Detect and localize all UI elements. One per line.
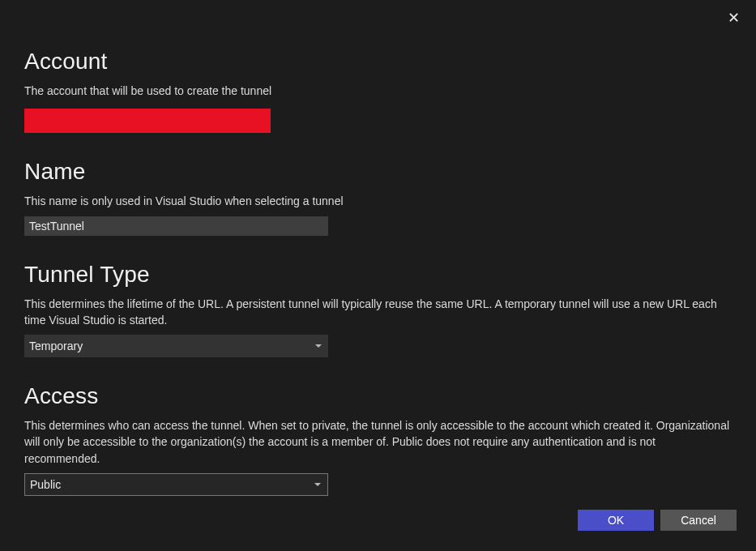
account-input[interactable] <box>24 109 271 133</box>
dialog-buttons: OK Cancel <box>578 510 737 531</box>
close-button[interactable]: ✕ <box>725 10 741 26</box>
account-section: Account The account that will be used to… <box>24 49 732 133</box>
tunnel-type-description: This determines the lifetime of the URL.… <box>24 296 732 329</box>
dialog-content: Account The account that will be used to… <box>0 0 756 546</box>
access-section: Access This determines who can access th… <box>24 383 732 496</box>
tunnel-type-section: Tunnel Type This determines the lifetime… <box>24 262 732 358</box>
name-description: This name is only used in Visual Studio … <box>24 193 732 209</box>
tunnel-type-select[interactable]: Temporary <box>24 335 328 357</box>
name-heading: Name <box>24 159 732 185</box>
access-value: Public <box>30 478 61 491</box>
cancel-button[interactable]: Cancel <box>660 510 737 531</box>
access-select[interactable]: Public <box>24 473 328 496</box>
tunnel-type-value: Temporary <box>29 340 83 352</box>
account-description: The account that will be used to create … <box>24 83 732 99</box>
access-description: This determines who can access the tunne… <box>24 417 732 467</box>
access-heading: Access <box>24 383 732 409</box>
account-heading: Account <box>24 49 732 75</box>
tunnel-type-heading: Tunnel Type <box>24 262 732 288</box>
name-input[interactable] <box>24 216 328 236</box>
ok-button[interactable]: OK <box>578 510 654 531</box>
name-section: Name This name is only used in Visual St… <box>24 159 732 235</box>
